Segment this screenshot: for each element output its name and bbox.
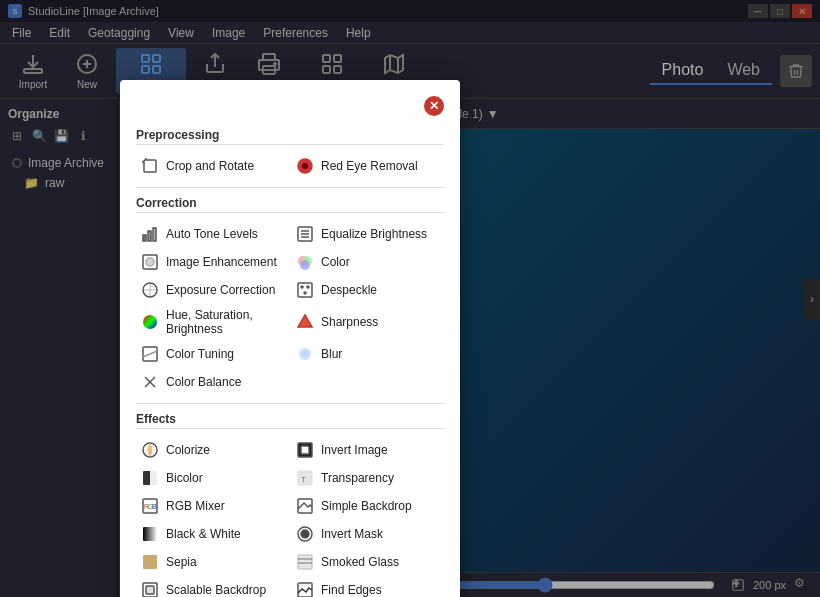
redeye-icon bbox=[295, 156, 315, 176]
simple-backdrop-label: Simple Backdrop bbox=[321, 499, 412, 513]
bw-entry[interactable]: Black & White bbox=[136, 521, 289, 547]
enhance-icon bbox=[140, 252, 160, 272]
smokedglass-icon bbox=[295, 552, 315, 572]
svg-text:B: B bbox=[152, 503, 157, 510]
colorbalance-icon bbox=[140, 372, 160, 392]
sharpness-entry[interactable]: Sharpness bbox=[291, 305, 444, 339]
svg-point-44 bbox=[304, 292, 306, 294]
findedges-icon bbox=[295, 580, 315, 597]
svg-point-36 bbox=[146, 258, 154, 266]
svg-rect-28 bbox=[143, 235, 146, 241]
blur-icon bbox=[295, 344, 315, 364]
auto-tone-entry[interactable]: Auto Tone Levels bbox=[136, 221, 289, 247]
color-entry[interactable]: Color bbox=[291, 249, 444, 275]
crop-rotate-entry[interactable]: Crop and Rotate bbox=[136, 153, 289, 179]
svg-rect-57 bbox=[150, 471, 157, 485]
colorize-icon bbox=[140, 440, 160, 460]
image-enhance-label: Image Enhancement bbox=[166, 255, 277, 269]
bicolor-entry[interactable]: Bicolor bbox=[136, 465, 289, 491]
smoked-glass-entry[interactable]: Smoked Glass bbox=[291, 549, 444, 575]
invert-image-entry[interactable]: Invert Image bbox=[291, 437, 444, 463]
svg-rect-25 bbox=[144, 160, 156, 172]
effects-grid: Colorize Invert Image Bicolor T Transpar… bbox=[136, 437, 444, 597]
svg-point-45 bbox=[143, 315, 157, 329]
equalize-brightness-entry[interactable]: Equalize Brightness bbox=[291, 221, 444, 247]
invertmask-icon bbox=[295, 524, 315, 544]
despeckle-label: Despeckle bbox=[321, 283, 377, 297]
image-tools-modal: ✕ Preprocessing Crop and Rotate Red Eye … bbox=[120, 80, 460, 597]
rgb-icon: RGB bbox=[140, 496, 160, 516]
bicolor-label: Bicolor bbox=[166, 471, 203, 485]
equalize-icon bbox=[295, 224, 315, 244]
despeckle-icon bbox=[295, 280, 315, 300]
svg-rect-65 bbox=[143, 527, 157, 541]
despeckle-entry[interactable]: Despeckle bbox=[291, 277, 444, 303]
backdrop-icon bbox=[295, 496, 315, 516]
color-icon bbox=[295, 252, 315, 272]
exposure-label: Exposure Correction bbox=[166, 283, 275, 297]
transparency-entry[interactable]: T Transparency bbox=[291, 465, 444, 491]
crop-icon bbox=[140, 156, 160, 176]
sepia-label: Sepia bbox=[166, 555, 197, 569]
svg-rect-55 bbox=[301, 446, 309, 454]
preprocessing-title: Preprocessing bbox=[136, 128, 444, 145]
svg-rect-68 bbox=[143, 555, 157, 569]
svg-rect-29 bbox=[148, 231, 151, 241]
effects-title: Effects bbox=[136, 412, 444, 429]
bicolor-icon bbox=[140, 468, 160, 488]
crop-rotate-label: Crop and Rotate bbox=[166, 159, 254, 173]
sepia-icon bbox=[140, 552, 160, 572]
red-eye-entry[interactable]: Red Eye Removal bbox=[291, 153, 444, 179]
scalable-backdrop-label: Scalable Backdrop bbox=[166, 583, 266, 597]
simple-backdrop-entry[interactable]: Simple Backdrop bbox=[291, 493, 444, 519]
correction-divider bbox=[136, 187, 444, 188]
color-balance-entry[interactable]: Color Balance bbox=[136, 369, 289, 395]
color-tuning-label: Color Tuning bbox=[166, 347, 234, 361]
svg-rect-69 bbox=[298, 555, 312, 569]
svg-text:T: T bbox=[301, 475, 306, 484]
exposure-entry[interactable]: Exposure Correction bbox=[136, 277, 289, 303]
rgb-mixer-entry[interactable]: RGB RGB Mixer bbox=[136, 493, 289, 519]
invert-mask-entry[interactable]: Invert Mask bbox=[291, 521, 444, 547]
svg-point-67 bbox=[301, 530, 309, 538]
exposure-icon bbox=[140, 280, 160, 300]
svg-line-48 bbox=[143, 351, 157, 357]
svg-marker-46 bbox=[298, 315, 312, 327]
preprocessing-grid: Crop and Rotate Red Eye Removal bbox=[136, 153, 444, 179]
hue-entry[interactable]: Hue, Saturation, Brightness bbox=[136, 305, 289, 339]
colorize-label: Colorize bbox=[166, 443, 210, 457]
image-enhance-entry[interactable]: Image Enhancement bbox=[136, 249, 289, 275]
blur-label: Blur bbox=[321, 347, 342, 361]
svg-point-50 bbox=[302, 351, 308, 357]
colorize-entry[interactable]: Colorize bbox=[136, 437, 289, 463]
scalablebackdrop-icon bbox=[140, 580, 160, 597]
svg-point-42 bbox=[301, 286, 303, 288]
rgb-mixer-label: RGB Mixer bbox=[166, 499, 225, 513]
equalize-brightness-label: Equalize Brightness bbox=[321, 227, 427, 241]
svg-rect-73 bbox=[146, 586, 154, 594]
find-edges-entry[interactable]: Find Edges bbox=[291, 577, 444, 597]
transparency-icon: T bbox=[295, 468, 315, 488]
svg-rect-30 bbox=[153, 228, 156, 241]
bw-icon bbox=[140, 524, 160, 544]
color-tuning-entry[interactable]: Color Tuning bbox=[136, 341, 289, 367]
svg-rect-41 bbox=[298, 283, 312, 297]
sepia-entry[interactable]: Sepia bbox=[136, 549, 289, 575]
bw-label: Black & White bbox=[166, 527, 241, 541]
sharpness-icon bbox=[295, 312, 315, 332]
svg-point-43 bbox=[307, 286, 309, 288]
red-eye-label: Red Eye Removal bbox=[321, 159, 418, 173]
smoked-glass-label: Smoked Glass bbox=[321, 555, 399, 569]
find-edges-label: Find Edges bbox=[321, 583, 382, 597]
svg-point-27 bbox=[302, 163, 308, 169]
blur-entry[interactable]: Blur bbox=[291, 341, 444, 367]
sharpness-label: Sharpness bbox=[321, 315, 378, 329]
color-label: Color bbox=[321, 255, 350, 269]
scalable-backdrop-entry[interactable]: Scalable Backdrop bbox=[136, 577, 289, 597]
hue-icon bbox=[140, 312, 160, 332]
modal-close-button[interactable]: ✕ bbox=[424, 96, 444, 116]
modal-header: ✕ bbox=[136, 96, 444, 116]
transparency-label: Transparency bbox=[321, 471, 394, 485]
invert-image-label: Invert Image bbox=[321, 443, 388, 457]
levels-icon bbox=[140, 224, 160, 244]
